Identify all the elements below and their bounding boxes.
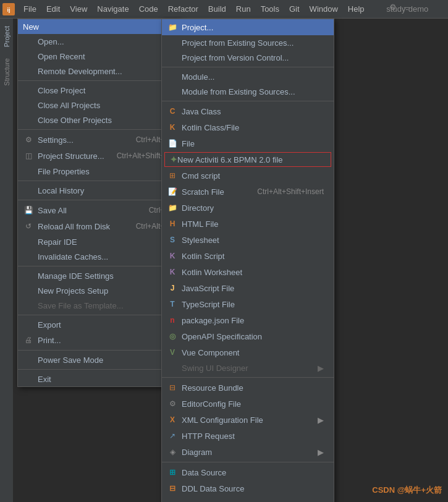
new-item-project-vcs[interactable]: Project from Version Control... <box>162 50 334 65</box>
editorconfig-icon: ⚙ <box>167 398 178 409</box>
menu-refactor[interactable]: Refactor <box>163 2 203 16</box>
kotlin-worksheet-icon: K <box>167 266 178 278</box>
close-project-label: Close Project <box>38 86 85 95</box>
new-item-cmd[interactable]: ⊞ Cmd script <box>162 168 334 184</box>
scratch-icon: 📝 <box>167 186 178 197</box>
separator-5 <box>18 266 179 266</box>
settings-icon[interactable]: ⚙ <box>388 1 398 13</box>
menu-navigate[interactable]: Navigate <box>92 2 133 16</box>
menu-view[interactable]: View <box>65 2 92 16</box>
datasource-url-icon: ⊞ <box>167 499 178 502</box>
file-menu: New ▶ Open... Open Recent ▶ Remote Devel… <box>17 19 180 387</box>
new-item-kotlin-script[interactable]: K Kotlin Script <box>162 248 334 264</box>
menu-code[interactable]: Code <box>134 2 163 16</box>
activiti-icon: ✦ <box>170 155 177 164</box>
reload-label: Reload All from Disk <box>38 222 110 231</box>
menu-item-new-projects-setup[interactable]: New Projects Setup ▶ <box>18 283 179 298</box>
menu-build[interactable]: Build <box>203 2 231 16</box>
new-item-stylesheet[interactable]: S Stylesheet <box>162 232 334 248</box>
menu-item-close-all[interactable]: Close All Projects <box>18 98 179 113</box>
menu-item-exit[interactable]: Exit <box>18 372 179 386</box>
menu-item-close-project[interactable]: Close Project <box>18 83 179 98</box>
menu-item-repair[interactable]: Repair IDE <box>18 234 179 249</box>
new-item-project-existing[interactable]: Project from Existing Sources... <box>162 35 334 50</box>
new-item-java-class[interactable]: C Java Class <box>162 103 334 119</box>
new-item-scratch[interactable]: 📝 Scratch File Ctrl+Alt+Shift+Insert <box>162 184 334 200</box>
minimize-icon[interactable]: ─ <box>403 1 411 13</box>
project-existing-label: Project from Existing Sources... <box>182 38 294 48</box>
datasource-url-label: Data Source from URL <box>182 500 263 503</box>
settings-icon: ⚙ <box>23 134 34 145</box>
swing-arrow: ▶ <box>318 364 324 373</box>
new-item-html[interactable]: H HTML File <box>162 216 334 232</box>
menu-item-settings[interactable]: ⚙ Settings... Ctrl+Alt+S <box>18 132 179 148</box>
new-item-activiti[interactable]: ✦ New Activiti 6.x BPMN 2.0 file <box>164 152 331 167</box>
print-icon: 🖨 <box>23 334 34 346</box>
menu-item-close-other[interactable]: Close Other Projects <box>18 113 179 127</box>
menu-tools[interactable]: Tools <box>256 2 284 16</box>
kotlin-class-label: Kotlin Class/File <box>182 123 239 132</box>
new-item-kotlin-worksheet[interactable]: K Kotlin Worksheet <box>162 264 334 280</box>
menu-item-print[interactable]: 🖨 Print... <box>18 332 179 348</box>
kotlin-script-label: Kotlin Script <box>182 252 224 261</box>
menu-window[interactable]: Window <box>305 2 343 16</box>
menu-item-export[interactable]: Export ▶ <box>18 317 179 332</box>
export-label: Export <box>38 320 61 330</box>
menu-item-manage-ide[interactable]: Manage IDE Settings ▶ <box>18 268 179 283</box>
menu-item-file-props[interactable]: File Properties ▶ <box>18 164 179 179</box>
new-sep-1 <box>162 67 334 67</box>
menu-help[interactable]: Help <box>343 2 370 16</box>
openapi-icon: ◎ <box>167 331 178 342</box>
menu-git[interactable]: Git <box>284 2 305 16</box>
file-icon: 📄 <box>167 138 178 149</box>
new-item-xml-config[interactable]: X XML Configuration File ▶ <box>162 412 334 428</box>
new-item-kotlin-class[interactable]: K Kotlin Class/File <box>162 119 334 135</box>
new-submenu: 📁 Project... Project from Existing Sourc… <box>161 19 334 502</box>
new-item-file[interactable]: 📄 File <box>162 135 334 151</box>
new-item-directory[interactable]: 📁 Directory <box>162 200 334 216</box>
java-class-label: Java Class <box>182 107 221 116</box>
new-item-data-source[interactable]: ⊞ Data Source <box>162 464 334 480</box>
menu-item-new[interactable]: New ▶ <box>18 19 179 34</box>
diagram-icon: ◈ <box>167 446 178 457</box>
menu-item-reload[interactable]: ↺ Reload All from Disk Ctrl+Alt+Y <box>18 218 179 234</box>
menu-run[interactable]: Run <box>231 2 256 16</box>
new-item-http-request[interactable]: ↗ HTTP Request <box>162 428 334 444</box>
directory-label: Directory <box>182 203 214 213</box>
menu-item-open[interactable]: Open... <box>18 34 179 49</box>
new-item-datasource-url[interactable]: ⊞ Data Source from URL <box>162 496 334 502</box>
new-item-editorconfig[interactable]: ⚙ EditorConfig File <box>162 396 334 412</box>
new-item-vue[interactable]: V Vue Component <box>162 344 334 360</box>
menu-item-project-structure[interactable]: ◫ Project Structure... Ctrl+Alt+Shift+S <box>18 148 179 164</box>
menu-file[interactable]: File <box>19 2 41 16</box>
power-save-label: Power Save Mode <box>38 355 103 365</box>
cmd-label: Cmd script <box>182 171 220 181</box>
new-item-openapi[interactable]: ◎ OpenAPI Specification <box>162 328 334 344</box>
new-item-module-existing[interactable]: Module from Existing Sources... <box>162 84 334 99</box>
new-item-js[interactable]: J JavaScript File <box>162 280 334 296</box>
package-json-label: package.json File <box>182 316 244 325</box>
menu-edit[interactable]: Edit <box>41 2 65 16</box>
http-request-label: HTTP Request <box>182 432 235 441</box>
menu-item-local-history[interactable]: Local History ▶ <box>18 183 179 198</box>
menu-item-invalidate[interactable]: Invalidate Caches... <box>18 249 179 264</box>
file-props-label: File Properties <box>38 167 90 176</box>
new-item-ddl-data-source[interactable]: ⊟ DDL Data Source <box>162 480 334 496</box>
separator-3 <box>18 181 179 181</box>
new-item-diagram[interactable]: ◈ Diagram ▶ <box>162 444 334 460</box>
menu-item-save-all[interactable]: 💾 Save All Ctrl+S <box>18 202 179 218</box>
project-icon: 📁 <box>167 22 178 33</box>
menu-item-power-save[interactable]: Power Save Mode <box>18 352 179 367</box>
new-item-module[interactable]: Module... <box>162 69 334 84</box>
kotlin-class-icon: K <box>167 122 178 133</box>
new-item-ts[interactable]: T TypeScript File <box>162 296 334 312</box>
new-item-package-json[interactable]: n package.json File <box>162 312 334 328</box>
menu-item-remote[interactable]: Remote Development... <box>18 64 179 79</box>
menu-item-open-recent[interactable]: Open Recent ▶ <box>18 49 179 64</box>
new-item-project[interactable]: 📁 Project... <box>162 19 334 35</box>
stylesheet-label: Stylesheet <box>182 236 219 245</box>
html-icon: H <box>167 218 178 229</box>
save-icon: 💾 <box>23 205 34 216</box>
new-item-resource-bundle[interactable]: ⊟ Resource Bundle <box>162 380 334 396</box>
save-all-label: Save All <box>38 206 67 215</box>
